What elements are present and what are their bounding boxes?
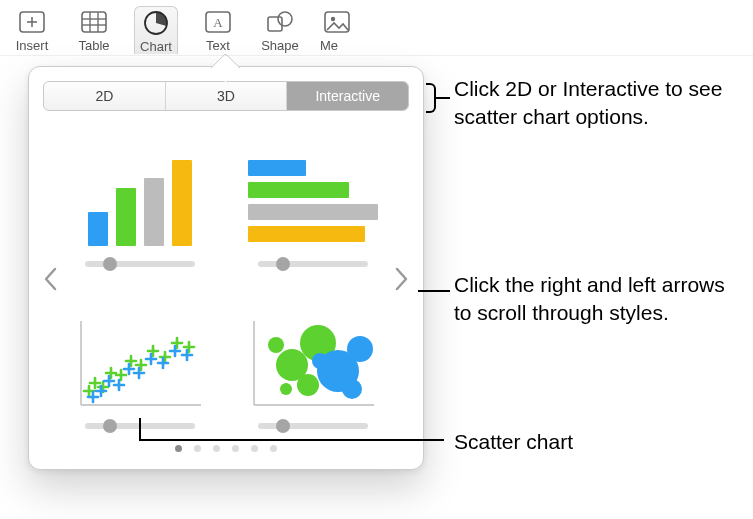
pie-chart-icon [139,9,173,37]
svg-rect-3 [82,12,106,32]
page-dot[interactable] [175,445,182,452]
svg-text:A: A [213,15,223,30]
toolbar-label: Chart [140,39,172,54]
page-dot[interactable] [232,445,239,452]
toolbar-insert[interactable]: Insert [10,8,54,53]
svg-point-69 [342,379,362,399]
chart-style-scatter[interactable] [67,291,212,429]
prev-style-arrow[interactable] [39,249,61,309]
page-indicator[interactable] [43,445,409,452]
callout-arrows: Click the right and left arrows to scrol… [454,271,744,328]
svg-point-14 [331,17,335,21]
plus-square-icon [15,8,49,36]
style-slider[interactable] [85,423,195,429]
toolbar-label: Me [320,38,338,53]
toolbar-media[interactable]: Me [320,8,364,53]
toolbar-label: Shape [261,38,299,53]
shapes-icon [263,8,297,36]
callout-scatter: Scatter chart [454,428,573,456]
tab-2d[interactable]: 2D [44,82,165,110]
toolbar-table[interactable]: Table [72,8,116,53]
toolbar-label: Text [206,38,230,53]
toolbar-shape[interactable]: Shape [258,8,302,53]
next-style-arrow[interactable] [391,249,413,309]
style-slider[interactable] [258,423,368,429]
toolbar-label: Table [78,38,109,53]
chart-styles-area [43,129,409,429]
toolbar-label: Insert [16,38,49,53]
chart-type-tabs: 2D 3D Interactive [43,81,409,111]
table-icon [77,8,111,36]
vertical-bar-chart-icon [70,151,210,251]
callout-tabs: Click 2D or Interactive to see scatter c… [454,75,744,132]
bubble-chart-icon [243,313,383,413]
tab-3d[interactable]: 3D [165,82,287,110]
chart-style-bubble[interactable] [240,291,385,429]
toolbar-chart[interactable]: Chart [134,6,178,54]
scatter-chart-icon [70,313,210,413]
image-icon [320,8,354,36]
style-slider[interactable] [258,261,368,267]
style-slider[interactable] [85,261,195,267]
chart-style-grid [67,129,385,429]
svg-point-63 [297,374,319,396]
svg-point-67 [347,336,373,362]
page-dot[interactable] [213,445,220,452]
chart-style-horizontal-bar[interactable] [240,129,385,267]
svg-point-12 [278,12,292,26]
toolbar: Insert Table Chart A Text Shape Me [0,0,753,56]
toolbar-text[interactable]: A Text [196,8,240,53]
page-dot[interactable] [194,445,201,452]
chart-popover: 2D 3D Interactive [28,66,424,470]
tab-interactive[interactable]: Interactive [286,82,408,110]
svg-point-68 [312,353,328,369]
svg-point-65 [280,383,292,395]
chart-style-vertical-bar[interactable] [67,129,212,267]
page-dot[interactable] [270,445,277,452]
page-dot[interactable] [251,445,258,452]
horizontal-bar-chart-icon [243,151,383,251]
textbox-icon: A [201,8,235,36]
svg-point-61 [268,337,284,353]
